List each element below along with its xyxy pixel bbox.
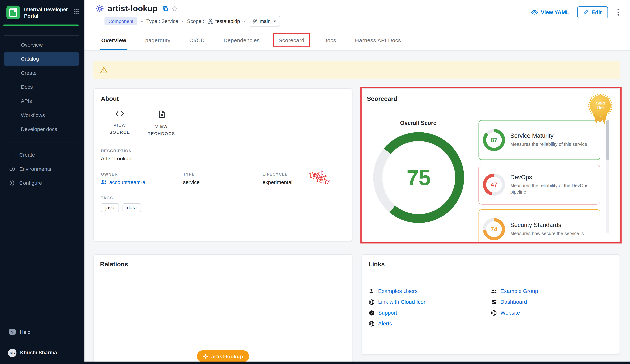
techdocs-icon — [158, 110, 165, 118]
tab-cicd[interactable]: CI/CD — [189, 30, 205, 50]
link-label: Alerts — [378, 321, 392, 327]
link-examples-users[interactable]: Examples Users — [368, 288, 491, 294]
sidebar-item-docs[interactable]: Docs — [4, 80, 79, 94]
branch-value: main — [260, 18, 270, 24]
link-example-group[interactable]: Example Group — [491, 288, 613, 294]
view-source-label: VIEW SOURCE — [104, 122, 136, 136]
type-block: TYPE service — [183, 172, 263, 185]
scope-value: testautoidp — [208, 18, 240, 24]
link-alerts[interactable]: Alerts — [368, 321, 491, 327]
view-yaml-button[interactable]: View YAML — [531, 9, 570, 15]
globe-icon — [491, 310, 497, 316]
link-dashboard[interactable]: Dashboard — [491, 299, 613, 305]
sidebar-item-create[interactable]: Create — [4, 66, 79, 80]
chevron-down-icon: ▼ — [273, 19, 276, 23]
sidebar-item-overview[interactable]: Overview — [4, 38, 79, 52]
about-card: About VIEW SOURCE VIEW TECHDOCS DESCRIPT… — [93, 88, 352, 241]
sidebar-item-workflows[interactable]: Workflows — [4, 108, 79, 122]
user-icon — [368, 288, 374, 294]
view-techdocs-button[interactable]: VIEW TECHDOCS — [146, 110, 177, 137]
score-name: Service Maturity — [510, 132, 587, 139]
overall-score-label: Overall Score — [374, 120, 462, 126]
scorecard-list: 87 Service Maturity Measures the reliabi… — [478, 120, 600, 242]
app-viewport: Internal Developer Portal Overview Catal… — [0, 0, 630, 364]
separator-dot: • — [182, 18, 184, 24]
tab-overview[interactable]: Overview — [101, 30, 126, 50]
branch-select[interactable]: main ▼ — [249, 16, 280, 26]
owner-link[interactable]: account/team-a — [101, 179, 183, 185]
tab-pagerduty[interactable]: pagerduty — [145, 30, 170, 50]
edit-label: Edit — [592, 9, 602, 15]
description-block: DESCRIPTION Artist Lookup — [101, 148, 345, 162]
sidebar: Internal Developer Portal Overview Catal… — [0, 0, 84, 364]
relations-node-artist-lookup[interactable]: artist-lookup — [197, 350, 249, 362]
scorecard-item-security-standards[interactable]: 74 Security Standards Measures how secur… — [478, 209, 600, 242]
warning-icon — [100, 66, 108, 73]
separator-dot: • — [141, 18, 143, 24]
scope-name-text: testautoidp — [216, 18, 240, 24]
lifecycle-value: experimental — [262, 179, 345, 185]
page-title: artist-lookup — [108, 4, 158, 14]
links-card: Links Examples Users Link with Cloud Ico… — [362, 254, 620, 355]
view-techdocs-label: VIEW TECHDOCS — [146, 122, 177, 137]
sidebar-item-configure[interactable]: Configure — [4, 176, 79, 190]
entity-meta: Component • Type : Service • Scope : tes… — [104, 16, 280, 26]
tags-block: TAGS java data — [101, 196, 345, 212]
scrollbar-thumb[interactable] — [606, 120, 609, 160]
kind-badge: Component — [104, 17, 138, 25]
sidebar-item-catalog[interactable]: Catalog — [4, 52, 79, 66]
link-website[interactable]: Website — [491, 310, 613, 316]
overall-score-donut: 75 — [373, 132, 464, 223]
sidebar-user[interactable]: KS Khushi Sharma — [4, 348, 81, 358]
tab-scorecard[interactable]: Scorecard — [279, 30, 304, 50]
warning-banner — [93, 61, 620, 79]
about-actions: VIEW SOURCE VIEW TECHDOCS — [104, 110, 345, 137]
sidebar-divider — [4, 36, 79, 36]
tab-docs[interactable]: Docs — [323, 30, 336, 50]
relations-card: Relations artist-lookup — [93, 254, 352, 364]
sidebar-item-developer-docs[interactable]: Developer docs — [4, 122, 79, 136]
view-yaml-label: View YAML — [541, 9, 569, 15]
hierarchy-icon — [208, 18, 214, 24]
sidebar-item-create-action[interactable]: + Create — [4, 148, 79, 162]
link-label: Link with Cloud Icon — [378, 299, 426, 305]
lifecycle-label: LIFECYCLE — [262, 172, 345, 176]
globe-icon — [368, 321, 374, 326]
relations-node-label: artist-lookup — [212, 353, 243, 360]
help-bubble-icon: ? — [9, 329, 16, 335]
owner-value: account/team-a — [109, 179, 145, 185]
type-label: TYPE — [183, 172, 263, 176]
help-label: Help — [20, 329, 30, 335]
header-actions: View YAML Edit — [531, 6, 620, 18]
plus-icon: + — [9, 152, 15, 158]
group-icon — [491, 289, 497, 294]
star-icon[interactable] — [172, 6, 178, 12]
link-label: Support — [378, 310, 397, 316]
kebab-menu-icon[interactable] — [616, 7, 620, 17]
scorecard-item-service-maturity[interactable]: 87 Service Maturity Measures the reliabi… — [478, 120, 600, 160]
tag-chip: java — [101, 203, 119, 212]
tag-chip: data — [122, 203, 141, 212]
sidebar-item-label: Environments — [19, 166, 51, 172]
links-title: Links — [368, 261, 613, 268]
edit-button[interactable]: Edit — [577, 6, 608, 18]
brand[interactable]: Internal Developer Portal — [6, 6, 68, 20]
owner-block: OWNER account/team-a — [101, 172, 183, 185]
view-source-button[interactable]: VIEW SOURCE — [104, 110, 136, 137]
sidebar-item-apis[interactable]: APIs — [4, 94, 79, 108]
apps-grid-icon[interactable] — [74, 9, 78, 14]
sidebar-help[interactable]: ? Help — [4, 327, 79, 337]
tags-label: TAGS — [101, 196, 345, 200]
sidebar-item-environments[interactable]: Environments — [4, 162, 79, 176]
type-text: Type : Service — [146, 18, 178, 24]
scorecard-item-devops[interactable]: 47 DevOps Measures the reliability of th… — [478, 165, 600, 204]
sidebar-item-label: Create — [19, 152, 35, 158]
tab-harness-api-docs[interactable]: Harness API Docs — [355, 30, 401, 50]
copy-icon[interactable] — [163, 6, 168, 11]
entity-header: artist-lookup Component • Type : Service… — [84, 0, 630, 51]
tab-dependencies[interactable]: Dependencies — [224, 30, 260, 50]
sidebar-divider — [4, 143, 79, 143]
score-description: Measures the reliability of the DevOps p… — [510, 183, 596, 196]
link-support[interactable]: ? Support — [368, 310, 491, 316]
link-cloud-icon[interactable]: Link with Cloud Icon — [368, 299, 491, 305]
